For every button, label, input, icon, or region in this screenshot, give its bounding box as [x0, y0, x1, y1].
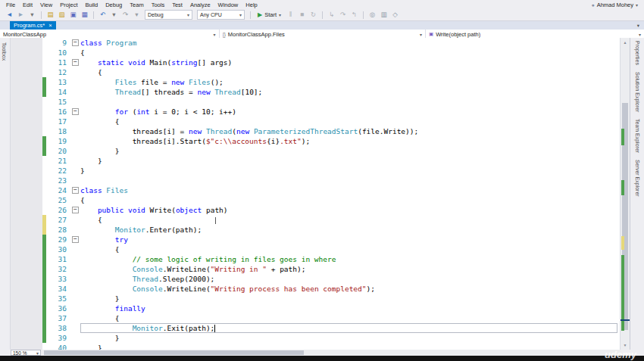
step-into-icon[interactable]: ↳	[327, 10, 336, 20]
code-line-11[interactable]: 11− static void Main(string[] args)	[11, 58, 620, 67]
code-line-22[interactable]: 22}	[11, 166, 620, 176]
code-line-40[interactable]: 40 }	[11, 343, 620, 350]
code-line-30[interactable]: 30 {	[11, 244, 620, 254]
code-editor[interactable]: 9−class Program10{11− static void Main(s…	[11, 38, 620, 350]
fold-collapse-icon[interactable]: −	[72, 108, 79, 115]
comment-icon[interactable]: ▥	[379, 10, 389, 20]
start-debugging-button[interactable]: ▶Start▾	[255, 11, 284, 18]
line-number[interactable]: 39	[46, 333, 71, 343]
panel-tab-team-explorer[interactable]: Team Explorer	[635, 119, 640, 153]
line-number[interactable]: 15	[46, 97, 71, 107]
stop-icon[interactable]: ■	[297, 10, 307, 20]
code-line-31[interactable]: 31 // some logic of writing in files goe…	[11, 254, 620, 264]
line-number[interactable]: 13	[46, 77, 71, 87]
code-line-25[interactable]: 25{	[11, 195, 620, 205]
code-line-9[interactable]: 9−class Program	[11, 38, 620, 48]
line-number[interactable]: 10	[46, 48, 71, 58]
code-line-28[interactable]: 28 Monitor.Enter(path);	[11, 225, 620, 235]
code-line-21[interactable]: 21 }	[11, 156, 620, 166]
line-number[interactable]: 22	[46, 166, 71, 176]
line-number[interactable]: 14	[46, 87, 71, 97]
code-line-15[interactable]: 15	[11, 97, 620, 107]
menu-item-view[interactable]: View	[36, 2, 56, 8]
undo-icon[interactable]: ↶	[98, 10, 108, 20]
menu-item-file[interactable]: File	[2, 2, 19, 8]
chevron-down-icon[interactable]: ▾	[636, 2, 638, 8]
code-line-18[interactable]: 18 threads[i] = new Thread(new Parameter…	[11, 126, 620, 136]
fold-collapse-icon[interactable]: −	[72, 207, 79, 213]
fold-collapse-icon[interactable]: −	[72, 59, 79, 66]
open-file-icon[interactable]: ▧	[57, 10, 67, 20]
menu-item-edit[interactable]: Edit	[19, 2, 36, 8]
menu-item-window[interactable]: Window	[214, 2, 242, 8]
line-number[interactable]: 23	[46, 176, 71, 185]
code-line-10[interactable]: 10{	[11, 48, 620, 58]
vertical-scrollbar[interactable]: ▲ ▼	[620, 38, 630, 350]
line-number[interactable]: 18	[46, 126, 71, 136]
line-number[interactable]: 36	[46, 303, 71, 313]
line-number[interactable]: 38	[46, 323, 71, 333]
document-list-dropdown-icon[interactable]: ▾	[637, 23, 639, 29]
horizontal-scrollbar[interactable]	[44, 350, 621, 356]
menu-item-project[interactable]: Project	[56, 2, 81, 8]
line-number[interactable]: 21	[46, 156, 71, 166]
pause-icon[interactable]: ‖	[286, 10, 295, 20]
line-number[interactable]: 30	[46, 244, 71, 254]
line-number[interactable]: 17	[46, 117, 71, 126]
panel-tab-toolbox[interactable]: Toolbox	[2, 38, 7, 61]
save-all-icon[interactable]: ▦	[80, 10, 89, 20]
bookmark-icon[interactable]: ◇	[390, 10, 400, 20]
redo-icon[interactable]: ↷	[120, 10, 130, 20]
line-number[interactable]: 33	[46, 274, 71, 284]
panel-tab-solution-explorer[interactable]: Solution Explorer	[635, 72, 640, 112]
code-line-19[interactable]: 19 threads[i].Start($"c:\\accounts{i}.tx…	[11, 136, 620, 146]
panel-tab-properties[interactable]: Properties	[635, 41, 640, 65]
code-line-37[interactable]: 37 {	[11, 313, 620, 323]
forward-icon[interactable]: ►	[16, 10, 26, 20]
code-line-38[interactable]: 38 Monitor.Exit(path);	[11, 323, 620, 333]
redo-dropdown-icon[interactable]: ▾	[132, 10, 142, 20]
code-line-32[interactable]: 32 Console.WriteLine("Writing in " + pat…	[11, 264, 620, 274]
line-number[interactable]: 24	[46, 185, 71, 195]
line-number[interactable]: 12	[46, 67, 71, 77]
line-number[interactable]: 29	[46, 235, 71, 244]
code-line-26[interactable]: 26− public void Write(object path)	[11, 205, 620, 215]
menu-item-help[interactable]: Help	[242, 2, 261, 8]
fold-collapse-icon[interactable]: −	[72, 187, 79, 194]
line-number[interactable]: 28	[46, 225, 71, 235]
line-number[interactable]: 40	[46, 343, 71, 350]
line-number[interactable]: 35	[46, 294, 71, 303]
close-icon[interactable]: ×	[48, 23, 52, 28]
line-number[interactable]: 19	[46, 136, 71, 146]
code-line-29[interactable]: 29− try	[11, 235, 620, 244]
menu-item-debug[interactable]: Debug	[102, 2, 126, 8]
code-line-17[interactable]: 17 {	[11, 117, 620, 126]
scrollbar-thumb[interactable]	[44, 350, 304, 355]
code-line-39[interactable]: 39 }	[11, 333, 620, 343]
code-line-27[interactable]: 27 {	[11, 215, 620, 225]
code-line-23[interactable]: 23	[11, 176, 620, 185]
line-number[interactable]: 9	[46, 38, 71, 48]
tab-program-cs[interactable]: Program.cs* ×	[10, 21, 56, 30]
line-number[interactable]: 20	[46, 146, 71, 156]
line-number[interactable]: 34	[46, 284, 71, 294]
fold-collapse-icon[interactable]: −	[72, 236, 79, 243]
line-number[interactable]: 25	[46, 195, 71, 205]
undo-dropdown-icon[interactable]: ▾	[109, 10, 119, 20]
save-icon[interactable]: ▣	[68, 10, 78, 20]
code-line-20[interactable]: 20 }	[11, 146, 620, 156]
user-area[interactable]: ● Ahmad Mohey ▾	[591, 2, 644, 8]
panel-tab-server-explorer[interactable]: Server Explorer	[635, 160, 640, 197]
menu-item-team[interactable]: Team	[126, 2, 147, 8]
menu-item-analyze[interactable]: Analyze	[186, 2, 214, 8]
code-line-14[interactable]: 14 Thread[] threads = new Thread[10];	[11, 87, 620, 97]
fold-collapse-icon[interactable]: −	[72, 39, 79, 46]
step-out-icon[interactable]: ↰	[349, 10, 359, 20]
code-line-13[interactable]: 13 Files file = new Files();	[11, 77, 620, 87]
line-number[interactable]: 11	[46, 58, 71, 67]
restart-icon[interactable]: ↻	[308, 10, 318, 20]
menu-item-build[interactable]: Build	[82, 2, 102, 8]
code-line-36[interactable]: 36 finally	[11, 303, 620, 313]
line-number[interactable]: 26	[46, 205, 71, 215]
back-icon[interactable]: ◄	[5, 10, 14, 20]
